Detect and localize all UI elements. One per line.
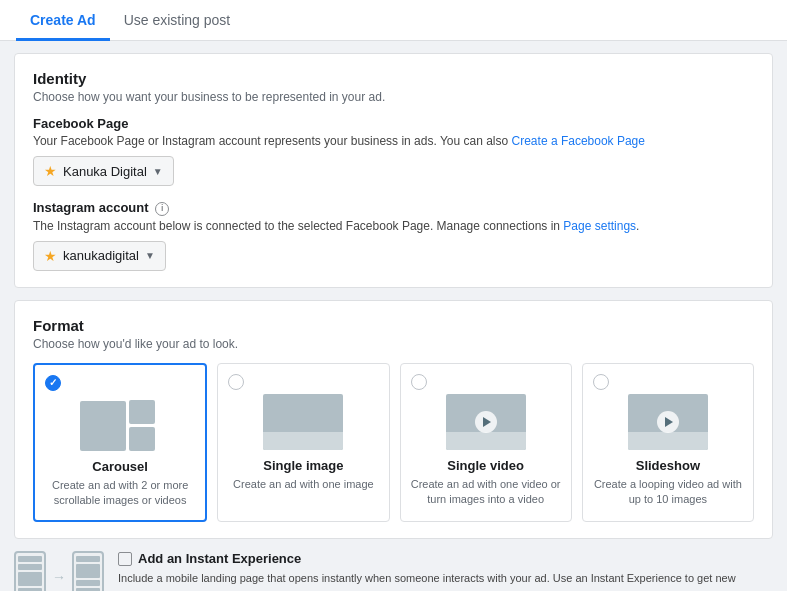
carousel-icon bbox=[80, 395, 160, 451]
instant-experience-title: Add an Instant Experience bbox=[138, 551, 301, 566]
facebook-page-dropdown[interactable]: ★ Kanuka Digital ▼ bbox=[33, 156, 174, 186]
instant-experience-section: → Add an Instant Experience Include a mo… bbox=[14, 551, 773, 591]
phone2-line-1 bbox=[76, 556, 100, 562]
carousel-name: Carousel bbox=[45, 459, 195, 474]
identity-card: Identity Choose how you want your busine… bbox=[14, 53, 773, 288]
carousel-img-sm-bottom bbox=[129, 427, 155, 451]
format-option-slideshow[interactable]: Slideshow Create a looping video ad with… bbox=[582, 363, 754, 523]
single-image-name: Single image bbox=[228, 458, 378, 473]
slideshow-name: Slideshow bbox=[593, 458, 743, 473]
phone2-line-3 bbox=[76, 580, 100, 586]
identity-subtitle: Choose how you want your business to be … bbox=[33, 90, 754, 104]
tab-bar: Create Ad Use existing post bbox=[0, 0, 787, 41]
format-option-single-video[interactable]: Single video Create an ad with one video… bbox=[400, 363, 572, 523]
carousel-main-img bbox=[80, 401, 126, 451]
instant-experience-header: Add an Instant Experience bbox=[118, 551, 773, 566]
instant-experience-desc: Include a mobile landing page that opens… bbox=[118, 570, 773, 591]
carousel-desc: Create an ad with 2 or more scrollable i… bbox=[45, 478, 195, 509]
phone-line-1 bbox=[18, 556, 42, 562]
identity-title: Identity bbox=[33, 70, 754, 87]
instant-experience-checkbox[interactable] bbox=[118, 552, 132, 566]
format-card: Format Choose how you'd like your ad to … bbox=[14, 300, 773, 540]
instagram-label-text: Instagram account bbox=[33, 200, 149, 215]
info-icon: i bbox=[155, 202, 169, 216]
single-video-icon bbox=[446, 394, 526, 450]
instagram-account-dropdown[interactable]: ★ kanukadigital ▼ bbox=[33, 241, 166, 271]
facebook-page-label: Facebook Page bbox=[33, 116, 754, 131]
create-facebook-page-link[interactable]: Create a Facebook Page bbox=[512, 134, 645, 148]
single-video-name: Single video bbox=[411, 458, 561, 473]
phone2-line-2 bbox=[76, 564, 100, 578]
radio-slideshow bbox=[593, 374, 609, 390]
phone-frame-1 bbox=[14, 551, 46, 591]
phone-line-3 bbox=[18, 572, 42, 586]
instant-experience-desc-text: Include a mobile landing page that opens… bbox=[118, 572, 772, 591]
format-options: Carousel Create an ad with 2 or more scr… bbox=[33, 363, 754, 523]
format-title: Format bbox=[33, 317, 754, 334]
mobile-preview-illustration: → bbox=[14, 551, 104, 591]
play-button-icon bbox=[475, 411, 497, 433]
single-image-desc: Create an ad with one image bbox=[228, 477, 378, 492]
facebook-page-desc: Your Facebook Page or Instagram account … bbox=[33, 134, 754, 148]
format-option-carousel[interactable]: Carousel Create an ad with 2 or more scr… bbox=[33, 363, 207, 523]
facebook-page-section: Facebook Page Your Facebook Page or Inst… bbox=[33, 116, 754, 186]
star-icon: ★ bbox=[44, 163, 57, 179]
slideshow-desc: Create a looping video ad with up to 10 … bbox=[593, 477, 743, 508]
facebook-page-desc-text: Your Facebook Page or Instagram account … bbox=[33, 134, 508, 148]
tab-use-existing-post[interactable]: Use existing post bbox=[110, 0, 245, 41]
instagram-account-desc: The Instagram account below is connected… bbox=[33, 219, 754, 233]
star-icon-instagram: ★ bbox=[44, 248, 57, 264]
slideshow-icon bbox=[628, 394, 708, 450]
chevron-down-icon-instagram: ▼ bbox=[145, 250, 155, 261]
radio-carousel bbox=[45, 375, 61, 391]
format-option-single-image[interactable]: Single image Create an ad with one image bbox=[217, 363, 389, 523]
page-settings-link[interactable]: Page settings bbox=[563, 219, 636, 233]
instagram-account-section: Instagram account i The Instagram accoun… bbox=[33, 200, 754, 271]
play-button-slideshow-icon bbox=[657, 411, 679, 433]
carousel-side-imgs bbox=[129, 400, 155, 451]
main-container: Create Ad Use existing post Identity Cho… bbox=[0, 0, 787, 591]
format-subtitle: Choose how you'd like your ad to look. bbox=[33, 337, 754, 351]
instagram-desc-text: The Instagram account below is connected… bbox=[33, 219, 560, 233]
radio-single-image bbox=[228, 374, 244, 390]
tab-create-ad[interactable]: Create Ad bbox=[16, 0, 110, 41]
phone-line-2 bbox=[18, 564, 42, 570]
radio-single-video bbox=[411, 374, 427, 390]
single-video-desc: Create an ad with one video or turn imag… bbox=[411, 477, 561, 508]
facebook-page-selected: Kanuka Digital bbox=[63, 164, 147, 179]
instagram-account-selected: kanukadigital bbox=[63, 248, 139, 263]
single-image-icon bbox=[263, 394, 343, 450]
instant-experience-content: Add an Instant Experience Include a mobi… bbox=[118, 551, 773, 591]
chevron-down-icon: ▼ bbox=[153, 166, 163, 177]
arrow-separator-icon: → bbox=[52, 569, 66, 585]
phone-frame-2 bbox=[72, 551, 104, 591]
carousel-img-sm-top bbox=[129, 400, 155, 424]
instagram-account-label: Instagram account i bbox=[33, 200, 754, 216]
